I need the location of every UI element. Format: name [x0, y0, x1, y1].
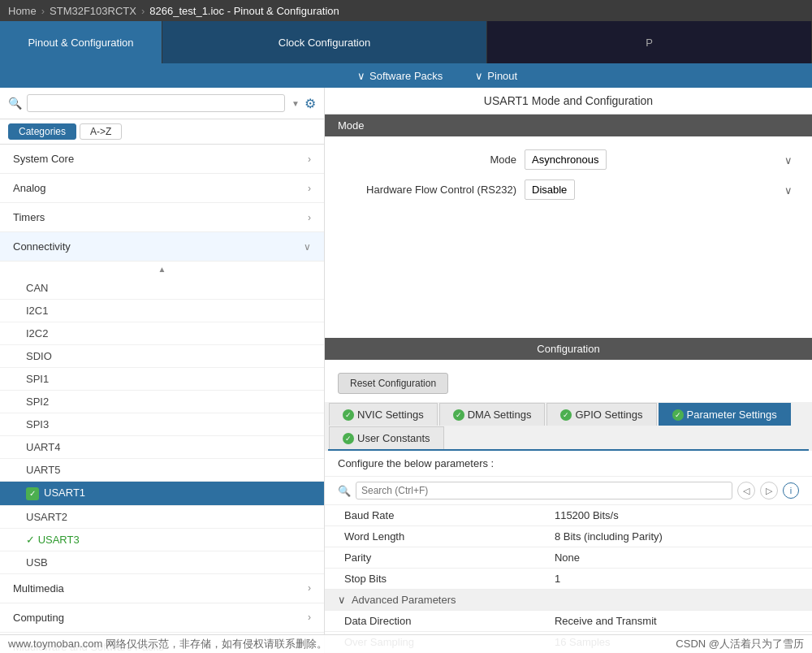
filter-tab-az[interactable]: A->Z: [80, 123, 122, 140]
sidebar: 🔍 ▼ ⚙ Categories A->Z System Core › Anal…: [0, 88, 325, 653]
param-check-icon: ✓: [672, 409, 684, 421]
table-row: Word Length 8 Bits (including Parity): [325, 526, 812, 547]
mode-row-mode: Mode Asynchronous: [325, 145, 812, 175]
watermark-left: www.toymoban.com 网络仅供示范，非存储，如有侵权请联系删除。: [8, 637, 327, 651]
param-search-icon: 🔍: [338, 485, 351, 497]
dma-check-icon: ✓: [453, 409, 464, 421]
sidebar-item-i2c1[interactable]: I2C1: [0, 300, 324, 322]
sidebar-item-sdio[interactable]: SDIO: [0, 345, 324, 368]
sidebar-item-can[interactable]: CAN: [0, 277, 324, 300]
sidebar-item-usb[interactable]: USB: [0, 551, 324, 574]
sidebar-item-multimedia[interactable]: Multimedia ›: [0, 574, 324, 603]
sidebar-item-uart4[interactable]: UART4: [0, 436, 324, 459]
software-packs-nav[interactable]: ∨ Software Packs: [341, 70, 459, 82]
info-icon[interactable]: i: [783, 482, 799, 499]
table-row: ∨ Advanced Parameters: [325, 590, 812, 611]
param-nav-next[interactable]: ▷: [760, 482, 778, 499]
sidebar-item-spi1[interactable]: SPI1: [0, 368, 324, 391]
mode-label: Mode: [338, 154, 516, 166]
user-check-icon: ✓: [343, 433, 354, 444]
reset-configuration-button[interactable]: Reset Configuration: [338, 373, 448, 394]
mode-row-flow: Hardware Flow Control (RS232) Disable: [325, 175, 812, 205]
param-nav-prev[interactable]: ◁: [737, 482, 755, 499]
tab-user-constants[interactable]: ✓ User Constants: [329, 426, 444, 449]
tab-pinout[interactable]: Pinout & Configuration: [0, 21, 162, 63]
second-nav: ∨ Software Packs ∨ Pinout: [0, 63, 812, 88]
param-search-input[interactable]: [356, 482, 732, 499]
param-search-bar: 🔍 ◁ ▷ i: [325, 477, 812, 505]
content-area: USART1 Mode and Configuration Mode Mode …: [325, 88, 812, 653]
chevron-right-icon: ›: [308, 154, 311, 165]
chevron-right-icon: ›: [308, 183, 311, 194]
software-packs-arrow: ∨: [357, 70, 365, 82]
pinout-nav[interactable]: ∨ Pinout: [459, 70, 533, 82]
tab-dma-settings[interactable]: ✓ DMA Settings: [439, 403, 546, 426]
breadcrumb-file[interactable]: 8266_test_1.ioc - Pinout & Configuration: [149, 5, 339, 17]
breadcrumb: Home › STM32F103RCTX › 8266_test_1.ioc -…: [0, 0, 812, 21]
gpio-check-icon: ✓: [560, 409, 572, 421]
mode-select[interactable]: Asynchronous: [525, 149, 607, 170]
sidebar-item-usart3[interactable]: USART3: [0, 529, 324, 551]
table-row: Parity None: [325, 547, 812, 569]
watermark-right: CSDN @人活着只为了雪历: [676, 637, 804, 651]
table-row: Baud Rate 115200 Bits/s: [325, 505, 812, 526]
sidebar-item-spi2[interactable]: SPI2: [0, 391, 324, 413]
tab-clock[interactable]: Clock Configuration: [162, 21, 487, 63]
tab-gpio-settings[interactable]: ✓ GPIO Settings: [546, 403, 656, 426]
filter-tab-categories[interactable]: Categories: [8, 123, 76, 140]
pinout-arrow: ∨: [475, 70, 483, 82]
scroll-indicator: ▲: [0, 262, 324, 277]
sidebar-item-usart2[interactable]: USART2: [0, 506, 324, 529]
sidebar-search-input[interactable]: [27, 94, 285, 112]
config-description: Configure the below parameters :: [325, 451, 812, 477]
sidebar-item-timers[interactable]: Timers ›: [0, 203, 324, 232]
mode-section-header: Mode: [325, 115, 812, 136]
empty-space: [325, 213, 812, 338]
sidebar-item-computing[interactable]: Computing ›: [0, 603, 324, 633]
param-name-parity: Parity: [325, 547, 548, 569]
config-content: Configure the below parameters : 🔍 ◁ ▷ i…: [325, 451, 812, 653]
param-value-word-length: 8 Bits (including Parity): [548, 526, 812, 547]
sidebar-item-usart1[interactable]: ✓USART1: [0, 482, 324, 506]
param-value-parity: None: [548, 547, 812, 569]
tab-parameter-settings[interactable]: ✓ Parameter Settings: [659, 403, 791, 426]
param-name-baud-rate: Baud Rate: [325, 505, 548, 526]
mode-section: Mode Asynchronous Hardware Flow Control …: [325, 136, 812, 213]
config-tabs: ✓ NVIC Settings ✓ DMA Settings ✓ GPIO Se…: [328, 402, 809, 451]
flow-select[interactable]: Disable: [525, 179, 575, 200]
breadcrumb-home[interactable]: Home: [8, 5, 37, 17]
breadcrumb-mcu[interactable]: STM32F103RCTX: [50, 5, 136, 17]
sidebar-item-uart5[interactable]: UART5: [0, 459, 324, 482]
chevron-down-icon: ∨: [304, 241, 311, 253]
param-name-word-length: Word Length: [325, 526, 548, 547]
sidebar-item-spi3[interactable]: SPI3: [0, 413, 324, 436]
tab-nvic-settings[interactable]: ✓ NVIC Settings: [329, 403, 438, 426]
sidebar-item-system-core[interactable]: System Core ›: [0, 145, 324, 174]
main-layout: 🔍 ▼ ⚙ Categories A->Z System Core › Anal…: [0, 88, 812, 653]
parameters-table: Baud Rate 115200 Bits/s Word Length 8 Bi…: [325, 505, 812, 653]
chevron-right-icon: ›: [308, 612, 311, 623]
param-name-data-direction: Data Direction: [325, 611, 548, 632]
sidebar-item-analog[interactable]: Analog ›: [0, 174, 324, 203]
sidebar-list: System Core › Analog › Timers › Connecti…: [0, 145, 324, 653]
sidebar-item-i2c2[interactable]: I2C2: [0, 322, 324, 345]
param-value-baud-rate: 115200 Bits/s: [548, 505, 812, 526]
sidebar-search-bar: 🔍 ▼ ⚙: [0, 88, 324, 119]
breadcrumb-sep-2: ›: [141, 5, 145, 17]
tab-partial[interactable]: P: [487, 21, 812, 63]
table-row: Stop Bits 1: [325, 569, 812, 590]
settings-icon[interactable]: ⚙: [304, 96, 316, 111]
top-nav: Pinout & Configuration Clock Configurati…: [0, 21, 812, 63]
param-section-advanced[interactable]: ∨ Advanced Parameters: [325, 590, 812, 611]
param-name-stop-bits: Stop Bits: [325, 569, 548, 590]
flow-control-label: Hardware Flow Control (RS232): [338, 184, 516, 196]
sidebar-item-connectivity[interactable]: Connectivity ∨: [0, 232, 324, 262]
breadcrumb-sep-1: ›: [41, 5, 45, 17]
check-icon: ✓: [26, 487, 39, 500]
search-icon: 🔍: [8, 97, 22, 110]
filter-tabs: Categories A->Z: [0, 119, 324, 145]
dropdown-arrow-icon[interactable]: ▼: [292, 99, 300, 108]
config-section-header: Configuration: [325, 338, 812, 360]
watermark: www.toymoban.com 网络仅供示范，非存储，如有侵权请联系删除。 C…: [0, 634, 812, 653]
param-value-data-direction: Receive and Transmit: [548, 611, 812, 632]
